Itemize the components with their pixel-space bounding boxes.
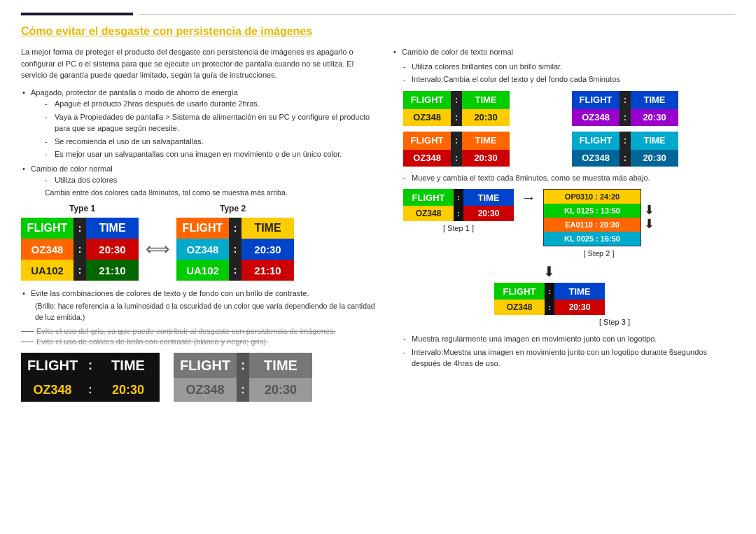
bvd-colon: : [620,132,631,150]
strikethrough-text-1: Evite el uso del gris, ya que puede cont… [36,327,335,335]
step2-board: OP0310 : 24:20 KL 0125 : 13:50 EA0110 : … [543,189,641,246]
board-type1-val2: 21:10 [86,260,139,281]
board-type1-colon1: : [74,218,86,239]
lb1-oz: OZ348 [21,378,84,402]
board-type2-ua: UA102 [176,260,229,281]
strikethrough-row-1: Evite el uso del gris, ya que puede cont… [21,327,378,335]
dash-list-2: Utiliza dos colores [31,174,378,186]
board-type2-time-label: TIME [241,218,294,239]
step1-time: TIME [463,189,514,206]
main-bullet-list: Apagado, protector de pantalla o modo de… [21,87,378,199]
step3-label: [ Step 3 ] [494,318,735,326]
step-row-1-2: FLIGHT : TIME OZ348 : 20:30 [ Step 1 ] [403,189,735,258]
top-border [21,13,735,15]
dash-item-5: Utiliza dos colores [45,174,378,186]
step1-oz: OZ348 [403,206,454,221]
step3-board: FLIGHT : TIME OZ348 : 20:30 [494,283,605,315]
bvb-colon2: : [620,109,631,126]
board-type1-colon2: : [74,239,86,260]
double-arrow-horizontal: ⟺ [146,239,169,259]
strikethrough-row-2: Evite el uso de colores de brillo con co… [21,337,378,346]
step1-val: 20:30 [463,206,514,221]
board-type2-colon1: : [229,218,241,239]
bva-header: FLIGHT : TIME [403,91,566,109]
lb1-flight: FLIGHT [21,353,84,378]
step3-flight: FLIGHT [494,283,545,300]
step3-val: 20:30 [554,300,605,315]
bvd-val: 20:30 [631,150,678,167]
step1-flight: FLIGHT [403,189,454,206]
bva-data: OZ348 : 20:30 [403,109,566,126]
board-type2-oz: OZ348 [176,239,229,260]
board-type2-colon2: : [229,239,241,260]
board-type2: FLIGHT : TIME OZ348 : 20:30 UA102 : 21:1… [176,218,294,281]
step-section: FLIGHT : TIME OZ348 : 20:30 [ Step 1 ] [403,189,735,326]
type1-label: Type 1 [28,204,136,213]
avoid-item-1: Evite las combinaciones de colores de te… [21,288,378,323]
board-type1-data-row2: UA102 : 21:10 [21,260,139,281]
large-board-black: FLIGHT : TIME OZ348 : 20:30 [21,353,160,402]
step3-container: FLIGHT : TIME OZ348 : 20:30 [ Step 3 ] [494,283,735,326]
strikethrough-text-2: Evite el uso de colores de brillo con co… [36,337,268,346]
lb2-time: TIME [249,353,312,378]
large-board-gray: FLIGHT : TIME OZ348 : 20:30 [174,353,312,402]
board-type2-header: FLIGHT : TIME [176,218,294,239]
dash-list-1: Apague el producto 2hras después de usar… [31,98,378,160]
mini-board-orange: FLIGHT : TIME OZ348 : 20:30 [403,132,566,167]
step-arrow-right: → [521,189,536,220]
mini-board-blue: FLIGHT : TIME OZ348 : 20:30 [572,91,735,126]
page-title: Cómo evitar el desgaste con persistencia… [21,25,735,38]
right-bullet-1: Cambio de color de texto normal [392,46,735,58]
lb1-val: 20:30 [97,378,160,402]
step3-colon2: : [545,300,554,315]
bvb-oz: OZ348 [572,109,620,126]
lb2-flight: FLIGHT [174,353,237,378]
lb2-colon2: : [237,378,249,402]
board-type1-header: FLIGHT : TIME [21,218,139,239]
mini-board-green: FLIGHT : TIME OZ348 : 20:30 [403,91,566,126]
intro-text: La mejor forma de proteger el producto d… [21,46,378,81]
bvd-oz: OZ348 [572,150,620,167]
step1-data: OZ348 : 20:30 [403,206,514,221]
board-type1-flight-label: FLIGHT [21,218,74,239]
board-type1-colon3: : [74,260,86,281]
step1-colon2: : [454,206,463,221]
lb2-header: FLIGHT : TIME [174,353,312,378]
note1: Cambia entre dos colores cada 8minutos, … [31,188,378,199]
bvb-data: OZ348 : 20:30 [572,109,735,126]
lb1-colon: : [84,353,97,378]
bva-flight: FLIGHT [403,91,451,109]
bvc-time: TIME [462,132,510,150]
type2-label: Type 2 [178,204,287,213]
top-border-light [139,14,735,15]
step1-header: FLIGHT : TIME [403,189,514,206]
bvd-header: FLIGHT : TIME [572,132,735,150]
dash-item-1: Apague el producto 2hras después de usar… [45,98,378,110]
step3-oz: OZ348 [494,300,545,315]
boards-row: FLIGHT : TIME OZ348 : 20:30 UA102 : 21:1… [21,218,378,281]
step2-line-4: KL 0025 : 16:50 [544,232,640,246]
dash-item-4: Es mejor usar un salvapantallas con una … [45,148,378,160]
lb2-val: 20:30 [249,378,312,402]
step1-label: [ Step 1 ] [403,224,514,232]
bvc-val: 20:30 [462,150,510,167]
board-type1: FLIGHT : TIME OZ348 : 20:30 UA102 : 21:1… [21,218,139,281]
mini-board-cyan: FLIGHT : TIME OZ348 : 20:30 [572,132,735,167]
board-type2-flight-label: FLIGHT [176,218,229,239]
board-type1-ua: UA102 [21,260,74,281]
board-type2-data-row2: UA102 : 21:10 [176,260,294,281]
right-column: Cambio de color de texto normal Utiliza … [392,46,735,402]
bvc-oz: OZ348 [403,150,451,167]
step2-label: [ Step 2 ] [543,249,654,258]
right-dash-1: Utiliza colores brillantes con un brillo… [392,61,735,73]
type-labels: Type 1 Type 2 [21,204,378,213]
bvd-flight: FLIGHT [572,132,620,150]
bvc-data: OZ348 : 20:30 [403,150,566,167]
step2-line-3: EA0110 : 20:30 [544,218,640,232]
lb1-colon2: : [84,378,97,402]
moving-note: Muestra regularmente una imagen en movim… [392,333,735,345]
step2-row-1: OP0310 : 24:20 [544,190,640,204]
step2-line-1: OP0310 : 24:20 [544,190,640,204]
step3-colon1: : [545,283,554,300]
step3-data: OZ348 : 20:30 [494,300,605,315]
